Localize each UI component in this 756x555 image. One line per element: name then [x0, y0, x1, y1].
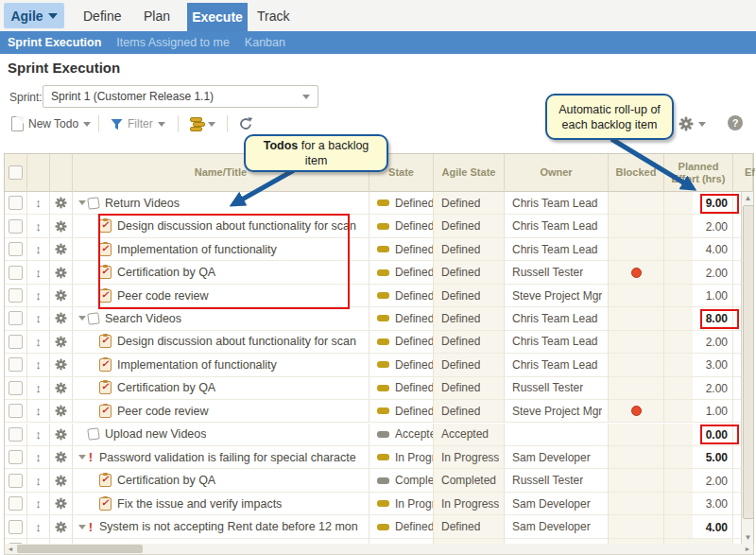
row-checkbox[interactable]: [9, 520, 23, 534]
row-gear-icon[interactable]: [55, 521, 67, 533]
agile-menu-button[interactable]: Agile: [4, 3, 64, 28]
row-gear-icon[interactable]: [55, 428, 67, 441]
row-checkbox[interactable]: [9, 404, 23, 418]
collapse-icon[interactable]: [77, 455, 88, 460]
help-button[interactable]: ?: [728, 115, 743, 130]
row-gear-icon[interactable]: [55, 220, 67, 233]
row-gear-icon[interactable]: [55, 312, 67, 324]
row-gear-icon[interactable]: [55, 497, 67, 510]
drag-handle-icon[interactable]: ↕: [35, 357, 42, 372]
drag-handle-icon[interactable]: ↕: [35, 266, 42, 280]
row-gear-icon[interactable]: [55, 267, 67, 279]
row-gear-icon[interactable]: [55, 382, 67, 394]
row-title[interactable]: Certification by QA: [117, 381, 215, 394]
drag-handle-icon[interactable]: ↕: [35, 404, 42, 418]
row-state-cell: Defined: [369, 377, 434, 400]
drag-handle-icon[interactable]: ↕: [35, 474, 42, 488]
filter-button[interactable]: Filter: [111, 113, 165, 134]
select-all-checkbox[interactable]: [9, 165, 23, 180]
row-gear-icon[interactable]: [55, 405, 67, 417]
row-title[interactable]: Implementation of functionality: [117, 358, 277, 372]
drag-handle-icon[interactable]: ↕: [35, 496, 42, 511]
drag-handle-icon[interactable]: ↕: [35, 381, 42, 395]
header-blocked[interactable]: Blocked: [609, 154, 664, 192]
row-checkbox[interactable]: [9, 474, 23, 488]
row-agile-state-cell: Defined: [434, 400, 505, 423]
row-gear-icon[interactable]: [55, 197, 67, 209]
row-title[interactable]: Certification by QA: [117, 266, 215, 279]
row-checkbox[interactable]: [9, 427, 23, 442]
tab-execute[interactable]: Execute: [187, 3, 248, 31]
row-gear-icon[interactable]: [55, 475, 67, 487]
row-checkbox[interactable]: [9, 381, 23, 395]
row-gear-icon[interactable]: [55, 243, 67, 255]
scroll-right-icon[interactable]: ►: [742, 544, 753, 554]
row-title[interactable]: System is not accepting Rent date before…: [99, 520, 358, 533]
scroll-down-icon[interactable]: ▼: [742, 531, 754, 544]
row-state-cell: Accepted: [369, 424, 434, 446]
row-checkbox[interactable]: [9, 196, 23, 210]
tab-define[interactable]: Define: [83, 0, 121, 31]
row-checkbox[interactable]: [9, 242, 23, 256]
row-title[interactable]: Peer code review: [117, 289, 209, 303]
drag-handle-icon[interactable]: ↕: [35, 427, 42, 442]
row-title[interactable]: Return Videos: [105, 197, 180, 210]
horizontal-scrollbar[interactable]: ◄ ►: [4, 544, 754, 555]
tab-plan[interactable]: Plan: [144, 0, 170, 31]
filter-label: Filter: [128, 117, 153, 130]
row-checkbox[interactable]: [9, 288, 23, 303]
row-gear-icon[interactable]: [55, 289, 67, 302]
row-menu-cell: [50, 192, 73, 215]
header-planned-effort[interactable]: Planned Effort (hrs): [664, 154, 733, 192]
scroll-left-icon[interactable]: ◄: [5, 544, 16, 554]
row-title[interactable]: Design discussion about functionality fo…: [117, 335, 356, 348]
horizontal-scroll-thumb[interactable]: [17, 545, 143, 553]
drag-handle-icon[interactable]: ↕: [35, 450, 42, 464]
vertical-scroll-thumb[interactable]: [743, 205, 754, 519]
drag-handle-icon[interactable]: ↕: [35, 219, 42, 234]
new-todo-button[interactable]: New Todo: [11, 113, 91, 134]
tab-track[interactable]: Track: [257, 0, 289, 31]
collapse-icon[interactable]: [77, 525, 88, 529]
settings-button[interactable]: [679, 113, 706, 134]
row-title[interactable]: Peer code review: [117, 405, 209, 418]
row-checkbox[interactable]: [9, 311, 23, 325]
row-title[interactable]: Fix the issue and verify impacts: [117, 497, 282, 511]
row-title[interactable]: Design discussion about functionality fo…: [117, 219, 356, 233]
refresh-button[interactable]: [238, 113, 253, 134]
row-checkbox[interactable]: [9, 450, 23, 464]
row-gear-icon[interactable]: [55, 336, 67, 348]
drag-handle-icon[interactable]: ↕: [35, 311, 42, 325]
header-move: [27, 154, 50, 192]
header-owner[interactable]: Owner: [505, 154, 609, 192]
row-title[interactable]: Implementation of functionality: [117, 243, 277, 256]
subnav-kanban[interactable]: Kanban: [245, 36, 285, 49]
row-title[interactable]: Upload new Videos: [105, 427, 206, 441]
header-ef-partial[interactable]: Ef: [733, 154, 753, 192]
drag-handle-icon[interactable]: ↕: [35, 196, 42, 210]
row-menu-cell: [50, 215, 73, 237]
drag-handle-icon[interactable]: ↕: [35, 335, 42, 349]
row-title[interactable]: Password validation is failing for speci…: [99, 451, 356, 464]
sprint-dropdown[interactable]: Sprint 1 (Customer Release 1.1): [43, 85, 318, 108]
row-gear-icon[interactable]: [55, 451, 67, 463]
scroll-up-icon[interactable]: ▲: [742, 192, 754, 204]
row-checkbox[interactable]: [9, 496, 23, 511]
collapse-icon[interactable]: [77, 200, 88, 205]
row-gear-icon[interactable]: [55, 358, 67, 371]
row-checkbox[interactable]: [9, 357, 23, 372]
subnav-sprint-execution[interactable]: Sprint Execution: [8, 36, 101, 49]
row-title[interactable]: Certification by QA: [117, 474, 215, 487]
vertical-scrollbar[interactable]: ▲ ▼: [741, 192, 753, 544]
row-title[interactable]: Search Videos: [105, 312, 181, 325]
drag-handle-icon[interactable]: ↕: [35, 520, 42, 534]
collapse-icon[interactable]: [77, 316, 88, 321]
row-checkbox[interactable]: [9, 335, 23, 349]
drag-handle-icon[interactable]: ↕: [35, 242, 42, 256]
row-checkbox[interactable]: [9, 219, 23, 234]
subnav-items-assigned[interactable]: Items Assigned to me: [116, 36, 230, 49]
drag-handle-icon[interactable]: ↕: [35, 288, 42, 303]
group-by-button[interactable]: [190, 113, 215, 134]
row-checkbox[interactable]: [9, 266, 23, 280]
header-agile-state[interactable]: Agile State: [434, 154, 505, 192]
